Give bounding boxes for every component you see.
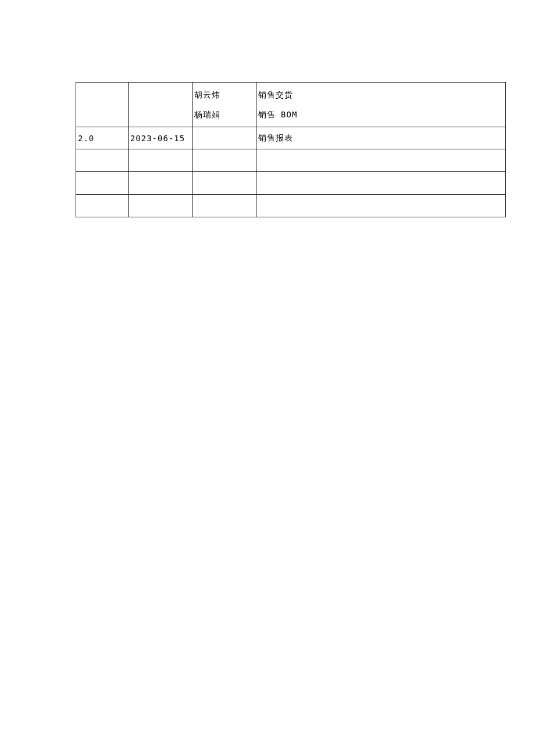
cell-description bbox=[256, 172, 505, 195]
cell-description: 销售报表 bbox=[256, 127, 505, 149]
cell-date bbox=[128, 172, 192, 195]
cell-description-line2: 销售 BOM bbox=[258, 105, 504, 124]
table-row bbox=[76, 172, 506, 195]
cell-date bbox=[128, 149, 192, 172]
cell-description bbox=[256, 195, 505, 217]
cell-description: 销售交货 销售 BOM bbox=[256, 83, 505, 127]
cell-date bbox=[128, 83, 192, 127]
cell-author bbox=[192, 149, 256, 172]
cell-author bbox=[192, 172, 256, 195]
table-row: 胡云炜 杨瑞娟 销售交货 销售 BOM bbox=[76, 83, 506, 127]
document-page: 胡云炜 杨瑞娟 销售交货 销售 BOM 2.0 2023-06-15 销售报表 bbox=[0, 0, 535, 217]
cell-description-line1: 销售交货 bbox=[258, 85, 504, 105]
cell-author bbox=[192, 127, 256, 149]
cell-version bbox=[76, 149, 129, 172]
cell-date: 2023-06-15 bbox=[128, 127, 192, 149]
table-row: 2.0 2023-06-15 销售报表 bbox=[76, 127, 506, 149]
cell-date bbox=[128, 195, 192, 217]
cell-author-line1: 胡云炜 bbox=[194, 85, 254, 105]
cell-version bbox=[76, 83, 129, 127]
table-row bbox=[76, 195, 506, 217]
cell-version: 2.0 bbox=[76, 127, 129, 149]
cell-description bbox=[256, 149, 505, 172]
cell-version bbox=[76, 172, 129, 195]
revision-table: 胡云炜 杨瑞娟 销售交货 销售 BOM 2.0 2023-06-15 销售报表 bbox=[76, 82, 506, 217]
cell-author-line2: 杨瑞娟 bbox=[194, 105, 254, 124]
table-row bbox=[76, 149, 506, 172]
cell-author bbox=[192, 195, 256, 217]
cell-version bbox=[76, 195, 129, 217]
cell-author: 胡云炜 杨瑞娟 bbox=[192, 83, 256, 127]
